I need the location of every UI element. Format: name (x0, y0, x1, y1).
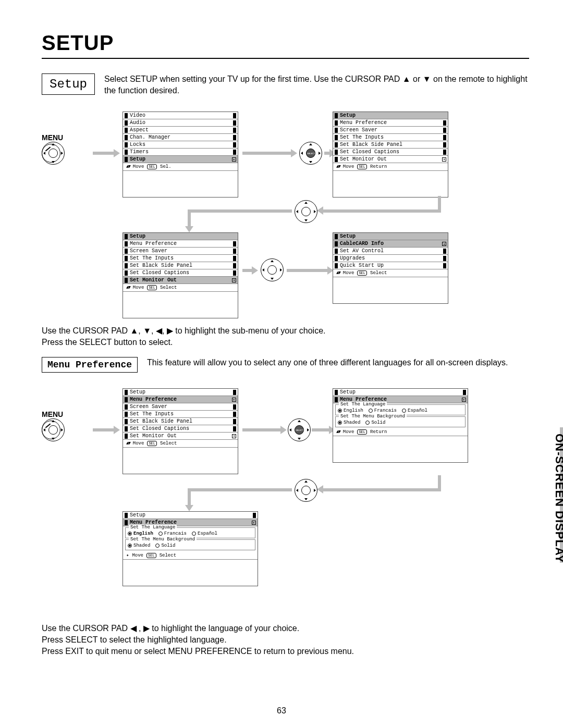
osd-item-highlight: Menu Preference (130, 397, 177, 402)
osd-item: Set Monitor Out (340, 156, 387, 162)
osd-item: Audio (130, 120, 145, 126)
radio-solid: Solid (161, 543, 175, 548)
footer-move: Move (133, 285, 144, 290)
osd-item: Screen Saver (130, 248, 167, 254)
osd-header: Setup (130, 512, 145, 518)
osd-item-highlight: CableCARD Info (340, 241, 384, 246)
radio-english: English (344, 408, 363, 413)
flow-arrow-icon (242, 152, 292, 155)
background-group: Set The Menu Background Shaded Solid (125, 539, 255, 550)
radio-francais: Francais (374, 408, 397, 413)
flow-connector (188, 488, 292, 491)
osd-setup-list-page2: Setup CableCARD Info▴ Set AV Control Upg… (333, 232, 448, 304)
osd-item-highlight: Setup (130, 156, 145, 162)
osd-item: Set The Inputs (340, 134, 384, 140)
osd-item: Set Black Side Panel (340, 142, 402, 147)
background-group: Set The Menu Background Shaded Solid (335, 416, 466, 427)
osd-item: Set Monitor Out (130, 433, 177, 439)
dpad-select-icon (288, 418, 311, 441)
group-legend: Set The Menu Background (339, 414, 407, 419)
flow-arrow-icon (312, 428, 330, 431)
flow-connector (188, 209, 292, 213)
footer-move: Move (133, 441, 144, 446)
arrow-tip-icon (185, 505, 193, 511)
footer-move: Move (343, 429, 354, 435)
osd-header: Setup (130, 233, 145, 239)
menu-label: MENU (42, 133, 63, 142)
osd-menu-preference-select: Setup Menu Preference▸ Set The Language … (123, 511, 258, 586)
osd-item: Quick Start Up (340, 263, 384, 268)
group-legend: Set The Language (339, 402, 387, 407)
osd-menu-preference-options: Setup Menu Preference▸ Set The Language … (333, 388, 468, 463)
osd-item: Set The Inputs (130, 255, 174, 261)
osd-item: Screen Saver (340, 127, 377, 133)
radio-solid: Solid (371, 420, 385, 425)
intro-text: Select SETUP when setting your TV up for… (104, 73, 529, 96)
menu-preference-text: This feature will allow you to select an… (147, 357, 529, 368)
diagram-setup-navigation: MENU Video Audio Aspect Chan. Manager Lo… (42, 107, 527, 316)
flow-connector (323, 209, 441, 213)
osd-header: Setup (340, 233, 356, 239)
osd-item: Menu Preference (340, 120, 387, 126)
instruction-text: Use the CURSOR PAD ▲, ▼, ◀, ▶ to highlig… (42, 325, 529, 348)
radio-francais: Francais (164, 531, 187, 536)
page-number: 63 (277, 706, 286, 715)
dpad-icon (42, 142, 65, 165)
osd-main-menu: Video Audio Aspect Chan. Manager Locks T… (123, 112, 238, 198)
footer-sel: Sel. (160, 164, 172, 169)
diagram-menu-preference: MENU Setup Menu Preference▸ Screen Saver… (42, 384, 527, 613)
footer-sel: Select (160, 285, 177, 290)
flow-arrow-icon (287, 269, 328, 272)
footer-move: Move (132, 553, 143, 558)
group-legend: Set The Menu Background (129, 537, 197, 542)
radio-espanol: Español (198, 531, 217, 536)
dpad-icon (42, 418, 65, 441)
menu-label: MENU (42, 410, 63, 418)
footer-move: Move (133, 164, 144, 169)
dpad-icon (261, 258, 284, 281)
instruction-line: Press EXIT to quit menu or select MENU P… (42, 646, 529, 657)
section-side-tab: ON-SCREEN DISPLAY (550, 427, 563, 569)
arrow-tip-icon (185, 226, 193, 232)
osd-item: Screen Saver (130, 404, 167, 410)
dpad-icon (295, 200, 317, 223)
footer-return: Return (370, 164, 387, 169)
footer-sel: Select (370, 270, 387, 276)
instruction-line: Press SELECT to select the highlighted l… (42, 634, 529, 646)
osd-header: Setup (340, 389, 356, 395)
title-divider (42, 58, 529, 59)
flow-arrow-icon (324, 152, 331, 155)
osd-item: Upgrades (340, 255, 365, 261)
flow-arrow-icon (242, 269, 253, 272)
osd-item: Timers (130, 149, 149, 155)
footer-sel: Select (160, 553, 176, 558)
dpad-select-icon (299, 142, 322, 165)
osd-item: Set AV Control (340, 248, 384, 254)
flow-arrow-icon (242, 428, 282, 431)
instruction-line: Press the SELECT button to select. (42, 337, 529, 348)
osd-setup-list-scrolled: Setup Menu Preference Screen Saver Set T… (123, 232, 238, 318)
footer-return: Return (370, 429, 387, 435)
osd-item-highlight: Set Monitor Out (130, 277, 177, 283)
osd-header: Setup (340, 113, 356, 118)
osd-setup-list: Setup Menu Preference Screen Saver Set T… (333, 112, 448, 198)
flow-connector (188, 209, 191, 227)
osd-item: Set Black Side Panel (130, 263, 192, 268)
osd-item: Locks (130, 142, 145, 147)
footer-move: Move (343, 164, 354, 169)
flow-connector (323, 488, 441, 491)
osd-item: Set Closed Captions (130, 426, 189, 431)
osd-item: Video (130, 113, 145, 118)
radio-shaded: Shaded (344, 420, 360, 425)
flow-connector (188, 488, 191, 506)
osd-item: Chan. Manager (130, 134, 170, 140)
osd-item: Set The Inputs (130, 411, 174, 417)
radio-english: English (133, 531, 153, 536)
arrow-tip-icon (317, 206, 323, 215)
menu-preference-label-box: Menu Preference (42, 357, 138, 373)
instruction-text-2: Use the CURSOR PAD ◀ , ▶ to highlight th… (42, 623, 529, 657)
osd-item: Menu Preference (130, 241, 177, 246)
osd-item: Aspect (130, 127, 149, 133)
osd-item: Set Closed Captions (340, 149, 399, 155)
footer-move: Move (343, 270, 354, 276)
